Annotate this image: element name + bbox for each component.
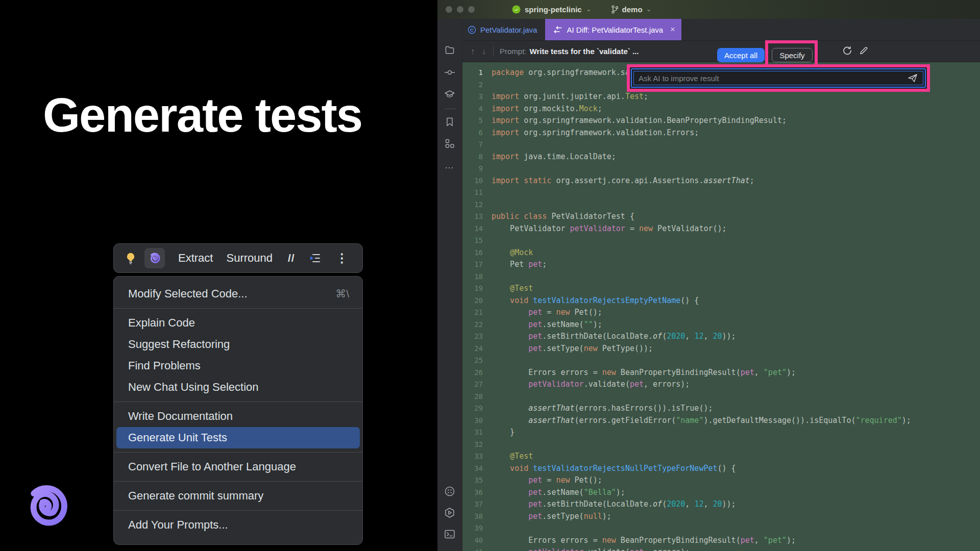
line-number: 37 (462, 498, 483, 511)
bookmark-icon[interactable] (444, 116, 456, 128)
prompt-separator (493, 46, 494, 57)
menu-item-label: New Chat Using Selection (128, 381, 259, 394)
line-number: 19 (462, 283, 483, 295)
screenshot-stage: Generate tests Extract Surround // (0, 0, 980, 551)
menu-item[interactable]: Generate Unit Tests (116, 427, 360, 448)
ask-ai-placeholder: Ask AI to improve result (639, 74, 907, 83)
code-line: 8import java.time.LocalDate; (462, 151, 980, 163)
line-number: 10 (462, 175, 483, 187)
line-number: 2 (462, 79, 483, 91)
close-window-icon[interactable] (446, 6, 452, 13)
menu-item[interactable]: New Chat Using Selection (114, 377, 362, 398)
line-number: 11 (462, 187, 483, 199)
menu-item[interactable]: Add Your Prompts... (114, 514, 362, 536)
vcs-widget[interactable]: demo ⌄ (611, 5, 652, 14)
specify-button[interactable]: Specify (772, 48, 813, 62)
commit-icon[interactable] (444, 66, 456, 79)
plugins-icon[interactable] (444, 485, 456, 497)
code-text: petValidator.validate(pet, errors); (492, 546, 690, 551)
menu-item-label: Convert File to Another Language (128, 460, 296, 473)
ai-input-highlight-box: Ask AI to improve result (627, 64, 930, 92)
ai-assistant-icon[interactable] (144, 248, 165, 268)
code-line: 12 (462, 199, 980, 211)
menu-item[interactable]: Find Problems (114, 355, 362, 377)
code-text: pet.setType(null); (492, 511, 611, 523)
line-number: 34 (462, 463, 483, 475)
lightbulb-icon[interactable] (124, 252, 137, 264)
menu-item[interactable]: Modify Selected Code...⌘\ (114, 283, 362, 305)
line-number: 20 (462, 295, 483, 307)
menu-item[interactable]: Suggest Refactoring (114, 334, 362, 355)
code-line: 10import static org.assertj.core.api.Ass… (462, 175, 980, 187)
code-text: import java.time.LocalDate; (492, 151, 616, 163)
line-number: 35 (462, 474, 483, 487)
zoom-window-icon[interactable] (468, 6, 475, 13)
code-text: assertThat(errors.getFieldError("name").… (492, 415, 911, 427)
tab-ai-diff[interactable]: AI Diff: PetValidatorTest.java × (545, 19, 681, 40)
code-text: pet.setType(new PetType()); (492, 343, 653, 355)
surround-action[interactable]: Surround (226, 252, 273, 265)
menu-item[interactable]: Generate commit summary (114, 485, 362, 507)
extract-action[interactable]: Extract (178, 252, 213, 265)
code-line: 15 (462, 235, 980, 247)
code-text: void testValidatorRejectsEmptyPetName() … (492, 295, 699, 307)
traffic-lights[interactable] (446, 6, 475, 13)
line-number: 33 (462, 450, 483, 463)
comment-icon[interactable]: // (288, 252, 295, 264)
tab-label: AI Diff: PetValidatorTest.java (567, 26, 663, 34)
menu-item-label: Suggest Refactoring (128, 338, 230, 351)
structure-icon[interactable] (444, 137, 456, 149)
code-line: 34 void testValidatorRejectsNullPetTypeF… (462, 463, 980, 475)
project-widget[interactable]: spring-petclinic ⌄ (512, 5, 592, 14)
menu-item[interactable]: Convert File to Another Language (114, 456, 362, 478)
line-number: 17 (462, 259, 483, 271)
menu-divider (114, 452, 362, 453)
intention-actions-toolbar: Extract Surround // ⋮ (113, 243, 363, 273)
code-line: 11 (462, 187, 980, 199)
line-number: 3 (462, 91, 483, 103)
line-number: 14 (462, 223, 483, 235)
edit-prompt-icon[interactable] (859, 45, 869, 56)
code-line: 18 (462, 271, 980, 283)
jetbrains-ai-logo (21, 481, 71, 532)
folder-icon[interactable] (444, 44, 456, 56)
code-text: pet = new Pet(); (492, 474, 602, 487)
code-line: 39 (462, 522, 980, 535)
next-diff-icon[interactable]: ↓ (482, 47, 486, 56)
services-icon[interactable] (444, 507, 456, 519)
line-number: 6 (462, 127, 483, 139)
code-line: 20 void testValidatorRejectsEmptyPetName… (462, 295, 980, 307)
code-line: 41 petValidator.validate(pet, errors); (462, 546, 980, 551)
send-icon[interactable] (907, 73, 918, 83)
code-text: Pet pet; (492, 259, 547, 271)
ai-actions-menu: Modify Selected Code...⌘\Explain CodeSug… (113, 276, 363, 545)
regenerate-icon[interactable] (842, 45, 852, 56)
line-number: 39 (462, 522, 483, 535)
close-icon[interactable]: × (670, 25, 675, 34)
learn-icon[interactable] (444, 88, 456, 101)
prev-diff-icon[interactable]: ↑ (471, 47, 475, 56)
code-text: pet = new Pet(); (492, 307, 602, 319)
ask-ai-input[interactable]: Ask AI to improve result (631, 68, 926, 88)
menu-item-label: Generate commit summary (128, 489, 263, 503)
diff-editor[interactable]: 1package org.springframework.sampl23impo… (462, 62, 980, 551)
menu-item[interactable]: Write Documentation (114, 406, 362, 427)
more-icon[interactable]: … (444, 159, 456, 171)
kebab-menu-icon[interactable]: ⋮ (336, 251, 348, 265)
minimize-window-icon[interactable] (457, 6, 463, 13)
code-line: 28 (462, 391, 980, 403)
project-name: spring-petclinic (525, 5, 582, 14)
line-number: 21 (462, 307, 483, 319)
ide-window: spring-petclinic ⌄ demo ⌄ (437, 0, 980, 551)
indent-icon[interactable] (309, 253, 322, 264)
code-text: pet.setBirthDate(LocalDate.of(2020, 12, … (492, 331, 736, 343)
terminal-icon[interactable] (444, 528, 456, 540)
code-area: 1package org.springframework.sampl23impo… (462, 62, 980, 551)
menu-item[interactable]: Explain Code (114, 312, 362, 334)
window-titlebar: spring-petclinic ⌄ demo ⌄ (437, 0, 980, 19)
line-number: 16 (462, 247, 483, 259)
tab-petvalidator[interactable]: C PetValidator.java (462, 19, 545, 40)
accept-all-button[interactable]: Accept all (717, 48, 765, 62)
line-number: 38 (462, 511, 483, 523)
code-text: import org.mockito.Mock; (492, 103, 602, 115)
